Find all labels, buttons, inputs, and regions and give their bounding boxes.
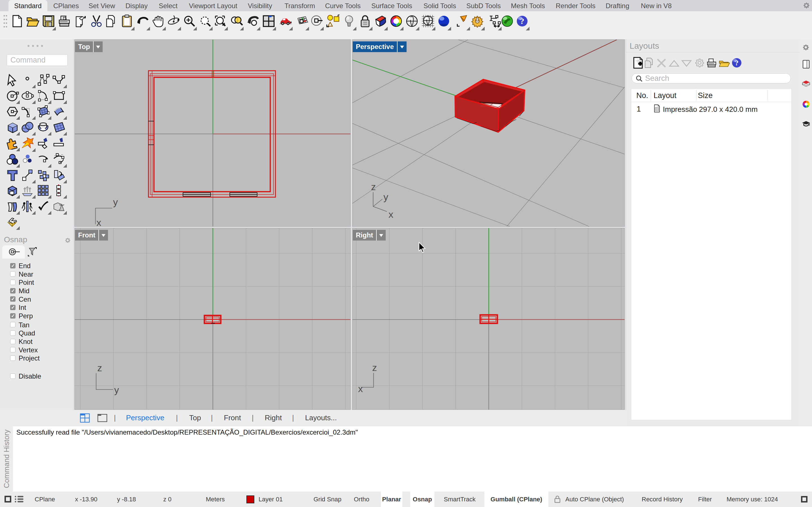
svg-text:?: ? (735, 59, 739, 67)
svg-text:x: x (96, 217, 101, 226)
svg-text:y: y (114, 385, 119, 395)
svg-text:?: ? (520, 16, 524, 25)
svg-text:z: z (97, 362, 102, 373)
svg-text:z: z (371, 181, 376, 192)
svg-text:z: z (372, 362, 377, 373)
svg-text:y: y (384, 191, 388, 202)
svg-text:x: x (389, 209, 393, 220)
svg-text:x: x (358, 383, 363, 394)
svg-text:y: y (113, 196, 118, 207)
